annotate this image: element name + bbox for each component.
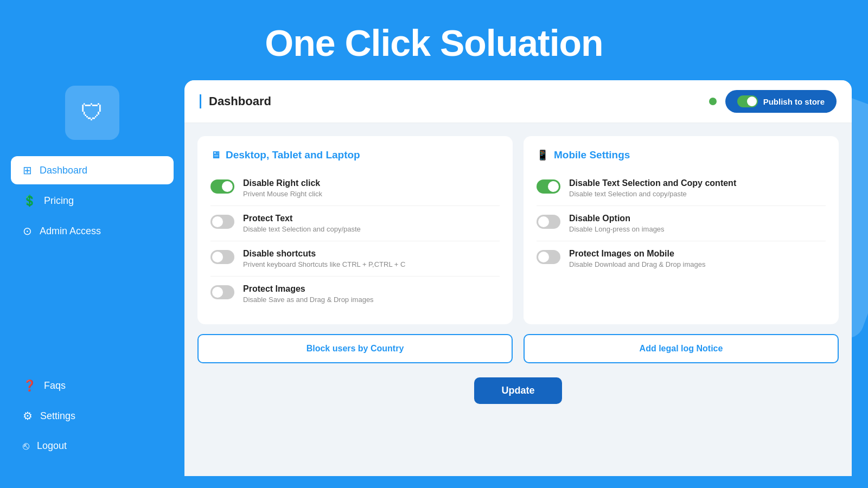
- dashboard-icon: ⊞: [23, 164, 32, 177]
- toggle-disable-right-click[interactable]: [210, 179, 234, 194]
- toggle-disable-option[interactable]: [537, 215, 560, 229]
- setting-disable-shortcuts: Disable shortcuts Privent keyboard Short…: [210, 241, 500, 277]
- sidebar-item-pricing[interactable]: 💲 Pricing: [11, 187, 174, 215]
- publish-label: Publish to store: [763, 97, 825, 106]
- admin-icon: ⊙: [23, 224, 32, 237]
- legal-notice-button[interactable]: Add legal log Notice: [524, 334, 839, 363]
- setting-info-protect-text: Protect Text Disable text Selection and …: [243, 214, 500, 233]
- sidebar-item-dashboard[interactable]: ⊞ Dashboard: [11, 156, 174, 184]
- sidebar-item-logout[interactable]: ⎋ Logout: [11, 432, 174, 460]
- logout-icon: ⎋: [23, 440, 29, 452]
- publish-to-store-button[interactable]: Publish to store: [725, 90, 837, 113]
- desktop-panel-title: 🖥 Desktop, Tablet and Laptop: [210, 149, 500, 161]
- toggle-disable-shortcuts[interactable]: [210, 250, 234, 264]
- setting-info-disable-text-selection: Disable Text Selection and Copy content …: [569, 178, 826, 198]
- sidebar: 🛡 ⊞ Dashboard 💲 Pricing ⊙ Admin Access ❓…: [0, 80, 184, 476]
- panels-row: 🖥 Desktop, Tablet and Laptop Disable Rig…: [197, 136, 839, 324]
- setting-info-disable-shortcuts: Disable shortcuts Privent keyboard Short…: [243, 249, 500, 268]
- toggle-protect-images[interactable]: [210, 285, 234, 299]
- toggle-protect-images-mobile[interactable]: [537, 250, 560, 264]
- sidebar-item-admin-access[interactable]: ⊙ Admin Access: [11, 217, 174, 245]
- desktop-panel: 🖥 Desktop, Tablet and Laptop Disable Rig…: [197, 136, 513, 324]
- publish-toggle[interactable]: [737, 95, 758, 107]
- sidebar-item-faqs-label: Faqs: [44, 380, 66, 391]
- setting-disable-option: Disable Option Disable Long-press on ima…: [537, 206, 826, 241]
- status-dot: [709, 98, 717, 105]
- dashboard-title: Dashboard: [200, 94, 271, 108]
- mobile-icon: 📱: [537, 149, 548, 161]
- logo-box: 🛡: [65, 86, 119, 140]
- update-row: Update: [197, 373, 839, 404]
- dashboard-header: Dashboard Publish to store: [184, 80, 852, 123]
- toggle-disable-text-selection[interactable]: [537, 179, 560, 194]
- toggle-protect-text[interactable]: [210, 215, 234, 229]
- shield-icon: 🛡: [81, 100, 104, 126]
- setting-protect-images-mobile: Protect Images on Mobile Disable Downloa…: [537, 241, 826, 276]
- sidebar-item-pricing-label: Pricing: [44, 195, 74, 207]
- sidebar-item-settings-label: Settings: [40, 410, 75, 422]
- sidebar-nav: ⊞ Dashboard 💲 Pricing ⊙ Admin Access: [0, 156, 184, 245]
- pricing-icon: 💲: [23, 194, 36, 207]
- content-area: Dashboard Publish to store 🖥 Desktop, Ta…: [184, 80, 852, 476]
- sidebar-bottom-nav: ❓ Faqs ⚙ Settings ⎋ Logout: [0, 371, 184, 476]
- setting-protect-text: Protect Text Disable text Selection and …: [210, 206, 500, 241]
- main-layout: 🛡 ⊞ Dashboard 💲 Pricing ⊙ Admin Access ❓…: [0, 80, 868, 476]
- sidebar-item-settings[interactable]: ⚙ Settings: [11, 402, 174, 430]
- block-country-button[interactable]: Block users by Country: [197, 334, 513, 363]
- header-right: Publish to store: [709, 90, 837, 113]
- actions-row: Block users by Country Add legal log Not…: [197, 334, 839, 363]
- desktop-icon: 🖥: [210, 150, 220, 161]
- setting-info-protect-images: Protect Images Disable Save as and Drag …: [243, 284, 500, 304]
- sidebar-item-logout-label: Logout: [37, 440, 67, 452]
- setting-protect-images: Protect Images Disable Save as and Drag …: [210, 277, 500, 311]
- page-title: One Click Soluation: [0, 0, 868, 80]
- settings-icon: ⚙: [23, 409, 33, 422]
- dashboard-body: 🖥 Desktop, Tablet and Laptop Disable Rig…: [184, 123, 852, 415]
- update-button[interactable]: Update: [474, 377, 561, 404]
- setting-disable-right-click: Disable Right click Privent Mouse Right …: [210, 171, 500, 206]
- faqs-icon: ❓: [23, 379, 36, 392]
- mobile-panel: 📱 Mobile Settings Disable Text Selection…: [524, 136, 839, 324]
- sidebar-item-admin-label: Admin Access: [40, 226, 101, 237]
- setting-info-disable-right-click: Disable Right click Privent Mouse Right …: [243, 178, 500, 198]
- sidebar-item-dashboard-label: Dashboard: [40, 165, 87, 176]
- mobile-panel-title: 📱 Mobile Settings: [537, 149, 826, 161]
- sidebar-item-faqs[interactable]: ❓ Faqs: [11, 371, 174, 400]
- setting-info-disable-option: Disable Option Disable Long-press on ima…: [569, 214, 826, 233]
- setting-info-protect-images-mobile: Protect Images on Mobile Disable Downloa…: [569, 249, 826, 268]
- setting-disable-text-selection: Disable Text Selection and Copy content …: [537, 171, 826, 206]
